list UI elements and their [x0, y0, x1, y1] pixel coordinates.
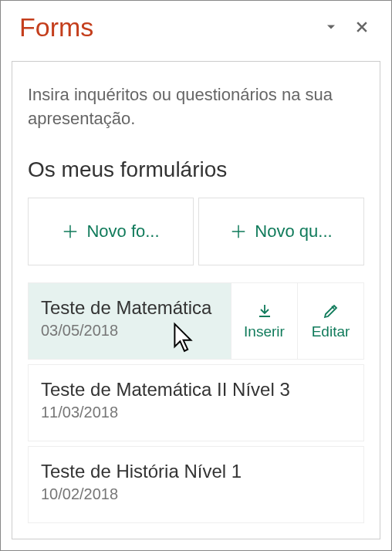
section-title: Os meus formulários: [28, 157, 364, 182]
new-form-button[interactable]: Novo fo...: [28, 198, 194, 265]
new-quiz-label: Novo qu...: [255, 221, 332, 242]
content-area: Insira inquéritos ou questionários na su…: [12, 61, 380, 539]
form-date: 10/02/2018: [41, 485, 351, 503]
list-item[interactable]: Teste de Matemática 03/05/2018 Inserir E…: [28, 282, 364, 360]
form-title: Teste de Matemática II Nível 3: [41, 379, 351, 401]
form-date: 03/05/2018: [41, 322, 218, 340]
titlebar: Forms: [1, 1, 391, 50]
form-info: Teste de Matemática 03/05/2018: [29, 283, 231, 359]
insert-icon: [255, 302, 274, 320]
edit-icon: [322, 302, 340, 320]
form-title: Teste de Matemática: [41, 297, 218, 319]
new-form-label: Novo fo...: [86, 221, 159, 242]
form-date: 11/03/2018: [41, 404, 351, 421]
close-icon: [354, 19, 370, 35]
list-item[interactable]: Teste de Matemática II Nível 3 11/03/201…: [28, 364, 364, 441]
insert-button[interactable]: Inserir: [231, 283, 297, 359]
close-button[interactable]: [346, 12, 377, 42]
intro-text: Insira inquéritos ou questionários na su…: [28, 83, 364, 131]
new-quiz-button[interactable]: Novo qu...: [198, 198, 364, 265]
edit-label: Editar: [312, 323, 350, 340]
form-info: Teste de Matemática II Nível 3 11/03/201…: [29, 365, 363, 441]
plus-icon: [230, 223, 247, 240]
dropdown-button[interactable]: [316, 12, 346, 42]
edit-button[interactable]: Editar: [297, 283, 363, 359]
form-title: Teste de História Nível 1: [41, 461, 351, 482]
form-info: Teste de História Nível 1 10/02/2018: [29, 447, 363, 522]
forms-panel: Forms Insira inquéritos ou questionários…: [0, 0, 392, 551]
list-item[interactable]: Teste de História Nível 1 10/02/2018: [28, 446, 364, 523]
chevron-down-icon: [323, 19, 339, 35]
insert-label: Inserir: [244, 323, 285, 340]
forms-list: Teste de Matemática 03/05/2018 Inserir E…: [28, 282, 364, 523]
form-actions: Inserir Editar: [231, 283, 363, 359]
panel-title: Forms: [19, 12, 316, 42]
plus-icon: [62, 223, 79, 240]
new-buttons-row: Novo fo... Novo qu...: [28, 198, 364, 265]
